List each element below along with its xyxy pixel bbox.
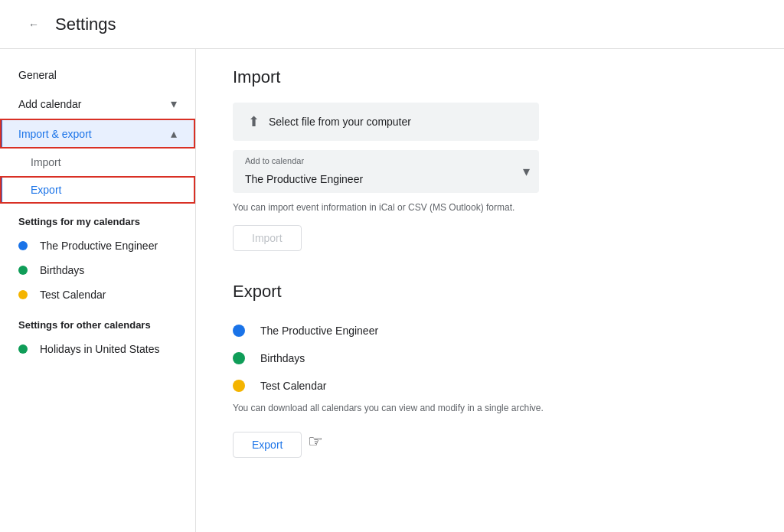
import-export-label: Import & export <box>18 128 92 140</box>
calendar-name: The Productive Engineer <box>40 240 158 252</box>
calendar-dot-green-2 <box>18 344 28 354</box>
sidebar-calendar-productive-engineer[interactable]: The Productive Engineer <box>0 233 195 258</box>
export-label: Export <box>31 184 61 196</box>
my-calendars-header: Settings for my calendars <box>0 204 195 233</box>
chevron-down-icon: ▾ <box>171 96 177 111</box>
dropdown-chevron-icon: ▾ <box>523 163 530 180</box>
export-dot-blue <box>233 325 245 337</box>
import-section-title: Import <box>233 67 747 87</box>
export-calendar-birthdays: Birthdays <box>233 344 747 372</box>
upload-icon: ⬆ <box>248 113 260 130</box>
sidebar-item-general[interactable]: General <box>0 61 195 89</box>
sidebar: General Add calendar ▾ Import & export ▴… <box>0 49 196 532</box>
export-dot-green <box>233 352 245 364</box>
import-btn-label: Import <box>252 232 283 244</box>
page-title: Settings <box>55 15 116 34</box>
main-content: Import ⬆ Select file from your computer … <box>196 49 784 532</box>
import-section: Import ⬆ Select file from your computer … <box>233 67 747 251</box>
import-label: Import <box>31 156 61 168</box>
export-calendar-name: The Productive Engineer <box>260 325 378 337</box>
sidebar-sub-item-export[interactable]: Export <box>0 176 195 204</box>
header: ← Settings <box>0 0 784 49</box>
calendar-dot-blue <box>18 241 28 250</box>
back-button[interactable]: ← <box>18 9 49 40</box>
export-calendar-test: Test Calendar <box>233 372 747 400</box>
calendar-selected-value: The Productive Engineer <box>245 173 363 185</box>
select-file-button[interactable]: ⬆ Select file from your computer <box>233 103 539 141</box>
back-icon: ← <box>28 18 39 31</box>
sidebar-calendar-birthdays[interactable]: Birthdays <box>0 258 195 282</box>
sidebar-calendar-holidays[interactable]: Holidays in United States <box>0 337 195 361</box>
calendar-dropdown[interactable]: Add to calendar The Productive Engineer … <box>233 150 539 193</box>
add-calendar-label: Add calendar <box>18 98 82 110</box>
calendar-dot-yellow <box>18 290 28 299</box>
calendar-name: Test Calendar <box>40 289 106 301</box>
calendar-select-wrapper: Add to calendar The Productive Engineer … <box>233 150 539 193</box>
export-button[interactable]: Export <box>233 432 302 458</box>
export-calendar-productive: The Productive Engineer <box>233 317 747 344</box>
select-file-label: Select file from your computer <box>269 116 411 128</box>
export-dot-yellow <box>233 380 245 392</box>
cursor-icon: ☞ <box>308 432 323 452</box>
sidebar-item-import-export[interactable]: Import & export ▴ <box>0 119 195 149</box>
export-btn-label: Export <box>252 439 283 451</box>
other-calendars-header: Settings for other calendars <box>0 307 195 337</box>
sidebar-calendar-test[interactable]: Test Calendar <box>0 282 195 307</box>
calendar-dot-green <box>18 266 28 275</box>
export-section: Export The Productive Engineer Birthdays… <box>233 282 747 458</box>
sidebar-sub-item-import[interactable]: Import <box>0 149 195 176</box>
export-calendar-name: Test Calendar <box>260 380 326 392</box>
calendar-name: Holidays in United States <box>40 343 159 355</box>
export-help-text: You can download all calendars you can v… <box>233 403 616 413</box>
sidebar-item-add-calendar[interactable]: Add calendar ▾ <box>0 89 195 119</box>
general-label: General <box>18 69 57 81</box>
import-help-text: You can import event information in iCal… <box>233 202 539 213</box>
calendar-name: Birthdays <box>40 264 84 276</box>
import-button[interactable]: Import <box>233 225 302 251</box>
export-calendar-name: Birthdays <box>260 352 305 364</box>
chevron-up-icon: ▴ <box>171 126 177 141</box>
add-to-calendar-label: Add to calendar <box>245 156 304 165</box>
export-section-title: Export <box>233 282 747 302</box>
main-layout: General Add calendar ▾ Import & export ▴… <box>0 49 784 532</box>
